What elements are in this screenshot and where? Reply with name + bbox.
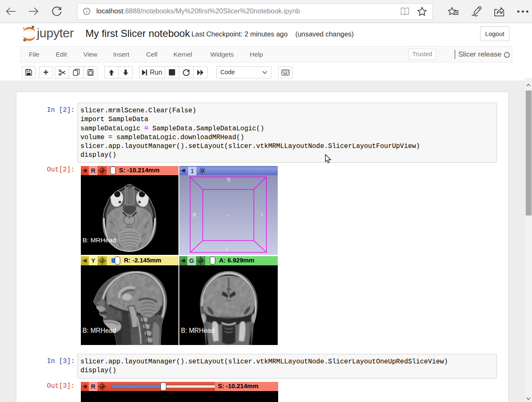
svg-text:I: I — [261, 212, 263, 218]
svg-text:R: R — [193, 212, 196, 218]
svg-text:B: MRHead: B: MRHead — [83, 327, 116, 334]
svg-text:→: → — [227, 213, 230, 217]
svg-text:I: I — [226, 247, 227, 253]
svg-text:S: S — [227, 177, 230, 183]
svg-text:B: MRHead: B: MRHead — [83, 236, 116, 244]
svg-text:B: MRHead: B: MRHead — [181, 327, 214, 334]
